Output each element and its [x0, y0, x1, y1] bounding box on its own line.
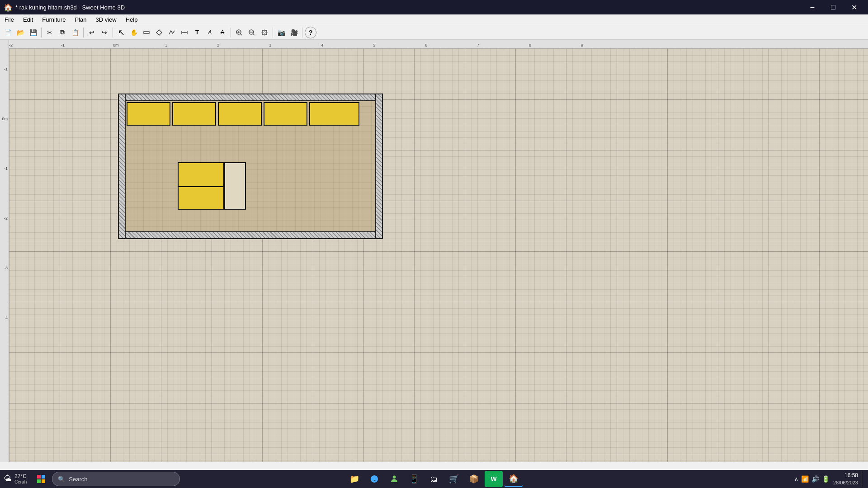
copy-button[interactable]: ⧉: [57, 27, 68, 38]
ruler-left-label-1: -1: [4, 166, 8, 171]
taskbar-sweethome[interactable]: 🏠: [505, 471, 523, 487]
redo-button[interactable]: ↪: [99, 27, 110, 38]
create-polyline-button[interactable]: [166, 27, 178, 38]
create-wall-button[interactable]: [141, 27, 152, 38]
shelf-divider: [179, 186, 223, 187]
fit-button[interactable]: [259, 27, 270, 38]
tray-chevron-icon[interactable]: ∧: [794, 476, 798, 482]
shelf-1: [127, 102, 170, 126]
ruler-top-label--2: -2: [9, 43, 13, 47]
separator-6: [302, 28, 302, 38]
menu-plan[interactable]: Plan: [70, 14, 91, 25]
taskbar-dropbox[interactable]: 📦: [465, 471, 483, 487]
separator-1: [41, 28, 42, 38]
app-icon: 🏠: [4, 3, 13, 12]
ruler-left-label-2: -2: [4, 216, 8, 221]
undo-button[interactable]: ↩: [86, 27, 98, 38]
shelf-5: [309, 102, 359, 126]
select-button[interactable]: ↖: [115, 27, 127, 38]
ruler-left-label-0: 0m: [2, 117, 8, 121]
clock-time: 16:58: [833, 472, 858, 479]
save-button[interactable]: 💾: [27, 27, 39, 38]
taskbar-edge[interactable]: [365, 471, 383, 487]
ruler-top-label-1: 1: [165, 43, 167, 47]
help-button[interactable]: ?: [305, 27, 316, 38]
ruler-left-label-3: -3: [4, 266, 8, 270]
ruler-top-label-5: 5: [373, 43, 375, 47]
taskbar-right: ∧ 📶 🔊 🔋 16:58 28/06/2023: [794, 471, 864, 487]
ruler-left: -1 0m -1 -2 -3 -4: [0, 40, 9, 470]
weather-icon: 🌤: [4, 474, 12, 483]
svg-line-10: [253, 34, 255, 35]
menu-help[interactable]: Help: [121, 14, 142, 25]
close-button[interactable]: ✕: [844, 0, 864, 14]
ruler-top: -2 -1 0m 1 2 3 4 5 6 7 8 9: [9, 40, 868, 49]
grid-canvas[interactable]: [9, 49, 868, 470]
svg-rect-18: [42, 479, 45, 483]
search-bar[interactable]: 🔍 Search: [52, 472, 180, 486]
weather-desc: Cerah: [14, 479, 27, 485]
window-controls: – □ ✕: [802, 0, 864, 14]
weather-temp: 27°C: [14, 473, 27, 479]
canvas-area[interactable]: -1 0m -1 -2 -3 -4 -2 -1 0m 1 2 3 4 5 6 7…: [0, 40, 868, 470]
svg-rect-15: [37, 475, 41, 479]
taskbar-center-icons: 📁 📱 🗂 🛒 📦 W 🏠: [345, 471, 523, 487]
photo-button[interactable]: 📷: [275, 27, 287, 38]
taskbar: 🌤 27°C Cerah 🔍 Search 📁 📱 🗂 🛒 📦 W: [0, 470, 868, 488]
ruler-top-label--1: -1: [61, 43, 65, 47]
taskbar-word[interactable]: W: [485, 471, 503, 487]
menu-file[interactable]: File: [0, 14, 19, 25]
new-button[interactable]: 📄: [2, 27, 14, 38]
svg-marker-1: [156, 30, 162, 35]
text-button[interactable]: T: [191, 27, 203, 38]
statusbar: [0, 462, 868, 470]
tray-wifi-icon: 📶: [801, 475, 809, 483]
menu-3dview[interactable]: 3D view: [91, 14, 121, 25]
clock-date: 28/06/2023: [833, 479, 858, 486]
window-title: * rak kuning hitam.sh3d - Sweet Home 3D: [15, 4, 802, 11]
maximize-button[interactable]: □: [823, 0, 844, 14]
minimize-button[interactable]: –: [802, 0, 823, 14]
ruler-top-label-8: 8: [529, 43, 531, 47]
ruler-left-label: -1: [4, 67, 8, 71]
pan-button[interactable]: ✋: [128, 27, 140, 38]
taskbar-file-explorer[interactable]: 📁: [345, 471, 363, 487]
create-dimension-button[interactable]: [179, 27, 190, 38]
tray-volume-icon: 🔊: [811, 475, 819, 483]
menubar: File Edit Furniture Plan 3D view Help: [0, 14, 868, 25]
ruler-top-label-2: 2: [217, 43, 219, 47]
taskbar-teams[interactable]: [385, 471, 403, 487]
taskbar-whatsapp[interactable]: 📱: [405, 471, 423, 487]
menu-furniture[interactable]: Furniture: [38, 14, 70, 25]
svg-rect-16: [42, 475, 45, 479]
svg-line-6: [241, 34, 242, 35]
paste-button[interactable]: 📋: [69, 27, 81, 38]
taskbar-app-store[interactable]: 🛒: [445, 471, 463, 487]
cut-button[interactable]: ✂: [44, 27, 56, 38]
desk-right: [224, 162, 246, 210]
separator-2: [83, 28, 84, 38]
text3-button[interactable]: A: [217, 27, 228, 38]
zoom-out-button[interactable]: [246, 27, 258, 38]
separator-3: [113, 28, 113, 38]
open-button[interactable]: 📂: [14, 27, 26, 38]
start-button[interactable]: [32, 471, 50, 487]
desk-left: [178, 162, 224, 210]
system-tray: ∧ 📶 🔊 🔋: [794, 475, 830, 483]
menu-edit[interactable]: Edit: [19, 14, 38, 25]
shelf-4: [264, 102, 307, 126]
text2-button[interactable]: A: [204, 27, 216, 38]
create-room-button[interactable]: [153, 27, 165, 38]
shelf-3: [218, 102, 262, 126]
taskbar-file-manager[interactable]: 🗂: [425, 471, 443, 487]
show-desktop-button[interactable]: [862, 471, 864, 487]
toolbar: 📄 📂 💾 ✂ ⧉ 📋 ↩ ↪ ↖ ✋ T A A 📷 🎥 ?: [0, 25, 868, 40]
weather-widget: 🌤 27°C Cerah: [4, 473, 27, 485]
zoom-in-button[interactable]: [233, 27, 245, 38]
shelf-2: [172, 102, 216, 126]
tray-battery-icon: 🔋: [822, 475, 830, 483]
svg-rect-17: [37, 479, 41, 483]
svg-rect-12: [262, 30, 267, 35]
video-button[interactable]: 🎥: [288, 27, 300, 38]
ruler-top-label-9: 9: [581, 43, 583, 47]
